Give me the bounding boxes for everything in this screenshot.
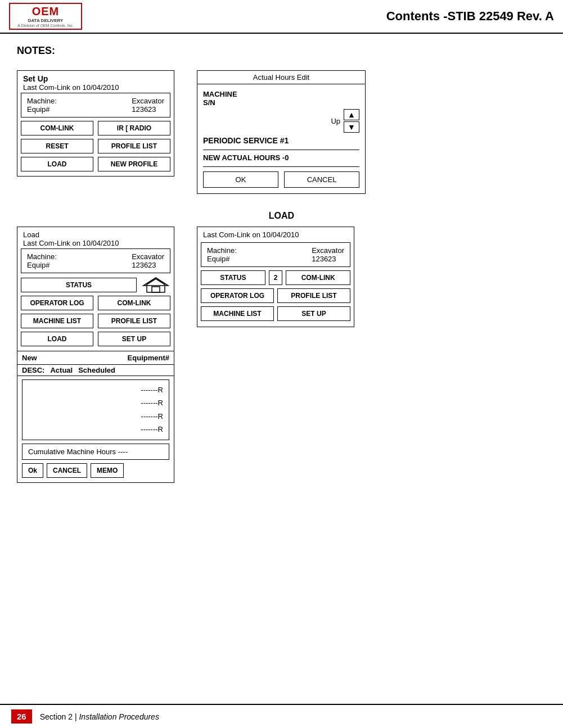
equip-equipment-label: Equipment# [128,354,169,362]
footer-text: Section 2 | Installation Procedures [40,712,159,721]
actual-hours-ok-button[interactable]: OK [203,171,278,188]
cumulative-row: Cumulative Machine Hours ---- [22,444,169,460]
equip-desc-row: DESC: Actual Scheduled [17,364,174,376]
up-label: Up [331,117,340,125]
actual-hours-cancel-button[interactable]: CANCEL [284,171,359,188]
arrow-group: ▲ ▼ [344,109,359,133]
equip-cancel-button[interactable]: CANCEL [47,463,87,478]
rcp-machine-row: MACHINE LIST SET UP [201,306,350,321]
equip-panel: New Equipment# DESC: Actual Scheduled --… [17,351,174,483]
load-machine-equip: Machine: Equip# [27,252,57,269]
right-com-panel: Last Com-Link on 10/04/2010 Machine: Equ… [197,227,354,327]
logo-subtitle: DATA DELIVERY [28,18,64,24]
rcp-subtitle: Last Com-Link on 10/04/2010 [197,227,354,242]
rcp-values: Excavator 123623 [312,246,344,263]
logo-box: OEM DATA DELIVERY A Division of OEM Cont… [9,3,82,30]
rcp-machine-value: Excavator [312,246,344,255]
load-row4: LOAD SET UP [21,332,170,346]
load-status-button[interactable]: STATUS [21,278,137,292]
footer-section: Section 2 | [40,712,77,721]
setup-new-profile-button[interactable]: NEW PROFILE [98,157,170,171]
rcp-comlink-button[interactable]: COM-LINK [286,270,350,285]
footer: 26 Section 2 | Installation Procedures [0,704,563,728]
setup-subtitle: Last Com-Link on 10/04/2010 [23,83,168,92]
rcp-operator-log-button[interactable]: OPERATOR LOG [201,288,274,303]
rcp-equip-value: 123623 [312,255,344,263]
rcp-machine-label: Machine: [207,246,237,255]
setup-machine-equip: Machine: Equip# [27,97,57,114]
load-equip-value: 123623 [132,261,164,269]
rcp-set-up-button[interactable]: SET UP [277,306,350,321]
equip-desc-label: DESC: [22,366,44,374]
svg-rect-1 [152,287,160,292]
equip-new-label: New [22,354,37,362]
setup-machine-label: Machine: [27,97,57,105]
setup-ir-radio-button[interactable]: IR [ RADIO [98,121,170,135]
load-comlink-button[interactable]: COM-LINK [98,296,170,310]
actual-hours-machine-sn: MACHINE S/N [203,90,359,107]
equip-memo-button[interactable]: MEMO [91,463,124,478]
load-profile-list-button[interactable]: PROFILE LIST [98,314,170,328]
header: OEM DATA DELIVERY A Division of OEM Cont… [0,0,563,34]
load-load-button[interactable]: LOAD [21,332,93,346]
load-machine-list-button[interactable]: MACHINE LIST [21,314,93,328]
load-equip-label: Equip# [27,261,57,269]
bottom-row: Load Last Com-Link on 10/04/2010 Machine… [17,227,546,483]
logo-area: OEM DATA DELIVERY A Division of OEM Cont… [9,3,82,30]
setup-reset-button[interactable]: RESET [21,139,93,153]
equip-data-row-4: -------R [28,423,163,436]
rcp-status-button[interactable]: STATUS [201,270,265,285]
arrow-down-button[interactable]: ▼ [344,121,359,133]
load-panel: Load Last Com-Link on 10/04/2010 Machine… [17,227,174,351]
equip-ok-button[interactable]: Ok [22,463,43,478]
machine-sn-line1: MACHINE [203,90,359,98]
load-panel-header: Load Last Com-Link on 10/04/2010 [17,227,174,248]
logo-oem: OEM [32,5,60,18]
notes-label: NOTES: [17,45,546,57]
left-bottom-col: Load Last Com-Link on 10/04/2010 Machine… [17,227,174,483]
ahe-divider [203,150,359,150]
load-row2: OPERATOR LOG COM-LINK [21,296,170,310]
rcp-machine-list-button[interactable]: MACHINE LIST [201,306,274,321]
setup-profile-list-button[interactable]: PROFILE LIST [98,139,170,153]
rcp-machine-info: Machine: Equip# Excavator 123623 [201,242,350,267]
top-row: Set Up Last Com-Link on 10/04/2010 Machi… [17,70,546,194]
footer-italic: Installation Procedures [79,712,159,721]
setup-panel-header: Set Up Last Com-Link on 10/04/2010 [17,71,174,93]
load-setup-button[interactable]: SET UP [98,332,170,346]
equip-data-row-1: -------R [28,383,163,396]
setup-row2: RESET PROFILE LIST [21,139,170,153]
equip-header-row: New Equipment# [17,351,174,364]
arrow-up-button[interactable]: ▲ [344,109,359,120]
machine-sn-line2: S/N [203,98,359,107]
equip-scheduled-label: Scheduled [78,366,115,374]
load-machine-label: Machine: [27,252,57,261]
setup-machine-info: Machine: Equip# Excavator 123623 [21,93,170,117]
setup-machine-value: Excavator [132,97,164,105]
actual-hours-buttons: OK CANCEL [203,166,359,188]
setup-load-button[interactable]: LOAD [21,157,93,171]
load-operator-log-button[interactable]: OPERATOR LOG [21,296,93,310]
setup-row3: LOAD NEW PROFILE [21,157,170,171]
actual-hours-new-actual: NEW ACTUAL HOURS -0 [203,153,359,162]
equip-data-box: -------R -------R -------R -------R [22,379,169,440]
equip-button-row: Ok CANCEL MEMO [22,463,169,478]
actual-hours-up-row: Up ▲ ▼ [203,109,359,133]
load-machine-values: Excavator 123623 [132,252,164,269]
actual-hours-body: MACHINE S/N Up ▲ ▼ PERIODIC SERVICE #1 N… [197,84,365,193]
load-title: Load [23,230,168,239]
actual-hours-title: Actual Hours Edit [197,71,365,84]
setup-comlink-button[interactable]: COM-LINK [21,121,93,135]
actual-hours-panel: Actual Hours Edit MACHINE S/N Up ▲ ▼ PER… [197,70,366,194]
load-subtitle: Last Com-Link on 10/04/2010 [23,239,168,247]
setup-row1: COM-LINK IR [ RADIO [21,121,170,135]
rcp-equip-label: Equip# [207,255,237,263]
footer-page-number: 26 [11,709,32,724]
load-machine-value: Excavator [132,252,164,261]
rcp-status-number: 2 [269,270,283,285]
load-status-row: STATUS [21,277,170,293]
rcp-profile-list-button[interactable]: PROFILE LIST [277,288,350,303]
rcp-operator-row: OPERATOR LOG PROFILE LIST [201,288,350,303]
equip-actual-label: Actual [50,366,73,374]
equip-data-row-2: -------R [28,396,163,409]
